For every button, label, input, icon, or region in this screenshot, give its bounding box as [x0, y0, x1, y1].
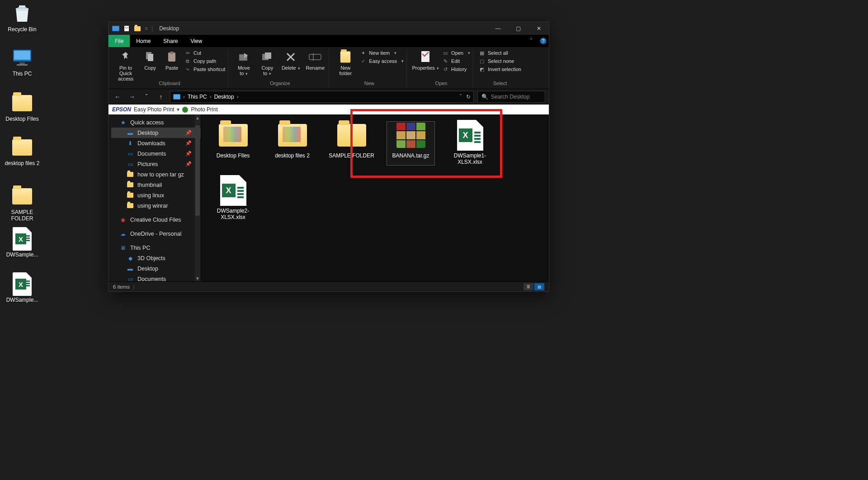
forward-button[interactable]: →	[127, 91, 137, 102]
breadcrumb-desktop[interactable]: Desktop	[214, 94, 234, 100]
copy-path-button[interactable]: ⧉Copy path	[184, 58, 225, 64]
select-none-button[interactable]: ▢Select none	[479, 58, 521, 64]
properties-icon	[418, 50, 433, 64]
window-title: Desktop	[156, 25, 179, 32]
tab-view[interactable]: View	[184, 35, 208, 47]
svg-rect-14	[170, 52, 174, 54]
search-icon: 🔍	[481, 94, 488, 100]
sidebar-item-documents[interactable]: ▭Documents📌	[111, 148, 201, 159]
sidebar-item-downloads[interactable]: ⬇Downloads📌	[111, 138, 201, 148]
epson-photo-print[interactable]: Photo Print	[191, 106, 217, 113]
icons-view-button[interactable]: ▦	[534, 283, 544, 290]
file-items: Desktop FIles desktop files 2 SAMPLE FOL…	[201, 114, 549, 228]
desktop-icon-dwsample2[interactable]: X DWSample...	[2, 273, 42, 303]
tab-share[interactable]: Share	[157, 35, 184, 47]
tab-home[interactable]: Home	[130, 35, 157, 47]
tab-file[interactable]: File	[108, 35, 130, 47]
folder-icon	[127, 181, 134, 189]
search-input[interactable]: 🔍 Search Desktop	[477, 91, 545, 103]
svg-rect-12	[148, 54, 153, 61]
back-button[interactable]: ←	[112, 91, 123, 102]
file-item-sample-folder[interactable]: SAMPLE FOLDER	[328, 122, 375, 165]
new-item-button[interactable]: ✦New item	[360, 50, 404, 56]
pin-icon	[118, 50, 133, 64]
chevron-right-icon[interactable]: ›	[210, 94, 212, 100]
file-item-banana-tar-gz[interactable]: BANANA.tar.gz	[387, 122, 434, 165]
recent-locations-button[interactable]: ˇ	[141, 91, 152, 102]
open-button[interactable]: ▭Open	[442, 50, 470, 56]
qat-properties-icon[interactable]	[123, 25, 130, 32]
sidebar-item-this-pc[interactable]: 🖥This PC	[111, 242, 201, 253]
epson-dropdown[interactable]: ▾	[177, 106, 179, 113]
edit-button[interactable]: ✎Edit	[442, 58, 470, 64]
ribbon-collapse-button[interactable]: ˆ	[525, 35, 537, 47]
history-button[interactable]: ↺History	[442, 66, 470, 72]
sidebar-item-documents-2[interactable]: ▭Documents	[111, 274, 201, 281]
sidebar-item-using-winrar[interactable]: using winrar	[111, 200, 201, 211]
new-folder-button[interactable]: New folder	[335, 50, 356, 76]
select-all-button[interactable]: ▦Select all	[479, 50, 521, 56]
details-view-button[interactable]: ≣	[524, 283, 533, 290]
sidebar-item-desktop-2[interactable]: ▬Desktop	[111, 263, 201, 274]
rename-button[interactable]: Rename	[304, 50, 326, 71]
file-item-desktop-files-2[interactable]: desktop files 2	[269, 122, 316, 165]
properties-button[interactable]: Properties	[412, 50, 439, 71]
sidebar-item-onedrive[interactable]: ☁OneDrive - Personal	[111, 228, 201, 239]
desktop-icon-recycle-bin[interactable]: Recycle Bin	[2, 3, 42, 33]
address-bar[interactable]: › This PC › Desktop › ˇ ↻	[170, 91, 474, 103]
folder-icon	[127, 202, 134, 209]
titlebar[interactable]: = | Desktop — ▢ ✕	[108, 22, 549, 35]
navigation-pane[interactable]: ▲ ▼ ★Quick access ▬Desktop📌 ⬇Downloads📌 …	[108, 114, 201, 281]
desktop-icon-desktop-files-2[interactable]: desktop files 2	[2, 137, 42, 166]
content-pane[interactable]: Desktop FIles desktop files 2 SAMPLE FOL…	[201, 114, 549, 281]
address-dropdown-button[interactable]: ˇ	[460, 94, 462, 100]
desktop-icon-desktop-files[interactable]: Desktop FIles	[2, 92, 42, 122]
desktop-icon-sample-folder[interactable]: SAMPLE FOLDER	[2, 185, 42, 222]
copy-to-button[interactable]: Copy to	[257, 50, 277, 76]
paste-button[interactable]: Paste	[163, 50, 181, 71]
file-item-dwsample1[interactable]: X DWSample1-XLSX.xlsx	[446, 122, 494, 165]
invert-selection-button[interactable]: ◩Invert selection	[479, 66, 521, 72]
up-button[interactable]: ↑	[156, 91, 166, 102]
chevron-right-icon[interactable]: ›	[237, 94, 239, 100]
sidebar-item-quick-access[interactable]: ★Quick access	[111, 117, 201, 128]
chevron-right-icon[interactable]: ›	[183, 94, 185, 100]
sidebar-item-creative-cloud[interactable]: ◉Creative Cloud Files	[111, 214, 201, 225]
desktop-icon-this-pc[interactable]: This PC	[2, 47, 42, 77]
sidebar-item-desktop[interactable]: ▬Desktop📌	[111, 128, 201, 138]
folder-icon	[12, 188, 32, 204]
ribbon-tabs: File Home Share View ˆ ?	[108, 35, 549, 47]
sidebar-item-pictures[interactable]: ▭Pictures📌	[111, 159, 201, 169]
svg-rect-17	[265, 52, 271, 59]
sidebar-item-3d-objects[interactable]: ◆3D Objects	[111, 253, 201, 263]
paste-shortcut-button[interactable]: ⤷Paste shortcut	[184, 66, 225, 72]
desktop-icon-dwsample1[interactable]: X DWSample...	[2, 228, 42, 258]
group-label: Organize	[270, 80, 290, 88]
downloads-icon: ⬇	[127, 140, 134, 147]
help-button[interactable]: ?	[537, 35, 549, 47]
file-item-dwsample2[interactable]: X DWSample2-XLSX.xlsx	[209, 177, 257, 220]
close-button[interactable]: ✕	[528, 22, 549, 35]
qat-folder-icon[interactable]	[134, 25, 141, 32]
easy-access-button[interactable]: ✓Easy access	[360, 58, 404, 64]
refresh-button[interactable]: ↻	[466, 94, 471, 100]
delete-button[interactable]: Delete	[281, 50, 301, 71]
breadcrumb-this-pc[interactable]: This PC	[188, 94, 207, 100]
file-item-desktop-files[interactable]: Desktop FIles	[209, 122, 257, 165]
minimize-button[interactable]: —	[488, 22, 508, 35]
maximize-button[interactable]: ▢	[508, 22, 528, 35]
sidebar-item-how-to[interactable]: how to open tar gz	[111, 169, 201, 180]
cut-button[interactable]: ✂Cut	[184, 50, 225, 56]
ribbon: Pin to Quick access Copy Paste ✂Cut ⧉Cop…	[108, 47, 549, 89]
ribbon-group-organize: Move to Copy to Delete Rename Organize	[231, 49, 329, 88]
move-to-button[interactable]: Move to	[234, 50, 254, 76]
pin-to-quick-access-button[interactable]: Pin to Quick access	[114, 50, 137, 81]
sidebar-item-thumbnail[interactable]: thumbnail	[111, 180, 201, 190]
svg-rect-5	[17, 64, 28, 66]
epson-easy-photo-print[interactable]: Easy Photo Print	[134, 106, 174, 113]
paste-icon	[165, 50, 179, 64]
sidebar-item-using-linux[interactable]: using linux	[111, 190, 201, 200]
documents-icon: ▭	[127, 150, 134, 157]
folder-icon	[337, 124, 366, 147]
copy-button[interactable]: Copy	[141, 50, 159, 71]
